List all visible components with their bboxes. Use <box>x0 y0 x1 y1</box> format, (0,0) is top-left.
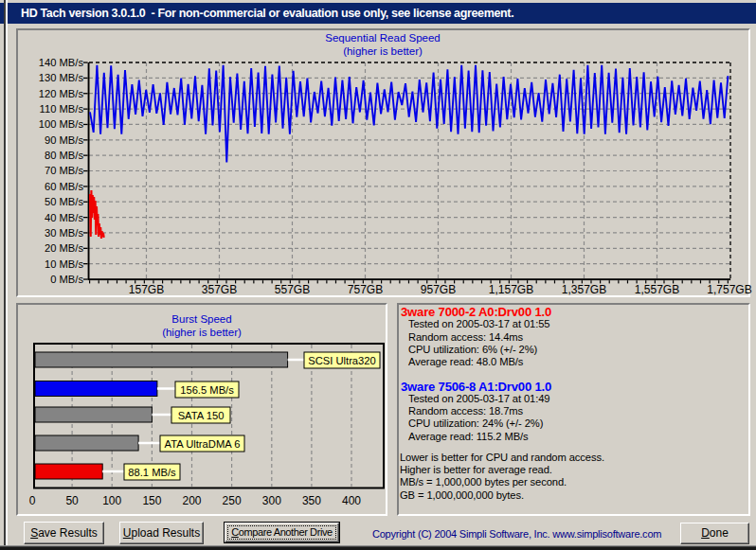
svg-text:70 MB/s: 70 MB/s <box>45 165 83 176</box>
svg-text:400: 400 <box>342 494 361 507</box>
svg-text:130 MB/s: 130 MB/s <box>39 72 84 83</box>
svg-text:50 MB/s: 50 MB/s <box>45 196 83 207</box>
svg-text:120 MB/s: 120 MB/s <box>39 88 84 99</box>
svg-text:Burst Speed: Burst Speed <box>171 313 231 325</box>
svg-text:140 MB/s: 140 MB/s <box>39 57 84 68</box>
svg-text:557GB: 557GB <box>275 283 310 296</box>
svg-text:SCSI Ultra320: SCSI Ultra320 <box>308 355 376 366</box>
svg-text:250: 250 <box>223 494 242 507</box>
svg-text:0: 0 <box>29 494 36 507</box>
svg-text:90 MB/s: 90 MB/s <box>45 134 83 146</box>
svg-text:300: 300 <box>262 494 281 507</box>
svg-text:10 MB/s: 10 MB/s <box>45 258 83 270</box>
svg-text:60 MB/s: 60 MB/s <box>45 181 83 192</box>
svg-text:0 MB/s: 0 MB/s <box>50 274 83 285</box>
svg-text:150: 150 <box>142 494 161 507</box>
svg-text:20 MB/s: 20 MB/s <box>45 242 83 254</box>
svg-text:110 MB/s: 110 MB/s <box>40 103 84 115</box>
svg-text:100: 100 <box>102 494 121 507</box>
svg-text:350: 350 <box>302 494 321 507</box>
svg-text:1,757GB: 1,757GB <box>707 283 751 296</box>
svg-text:(higher is better): (higher is better) <box>343 45 423 57</box>
svg-text:SATA 150: SATA 150 <box>178 410 225 421</box>
svg-text:50: 50 <box>65 494 79 507</box>
svg-text:156.5 MB/s: 156.5 MB/s <box>180 384 234 396</box>
svg-text:1,557GB: 1,557GB <box>635 283 679 296</box>
svg-text:ATA UltraDMA 6: ATA UltraDMA 6 <box>165 438 241 450</box>
svg-text:Sequential Read Speed: Sequential Read Speed <box>325 32 441 44</box>
svg-text:1,357GB: 1,357GB <box>562 283 606 296</box>
svg-text:40 MB/s: 40 MB/s <box>45 212 83 223</box>
svg-text:1,157GB: 1,157GB <box>489 283 533 296</box>
svg-text:957GB: 957GB <box>421 283 456 296</box>
svg-text:757GB: 757GB <box>348 283 383 296</box>
svg-text:88.1 MB/s: 88.1 MB/s <box>128 467 176 478</box>
svg-text:157GB: 157GB <box>129 283 164 296</box>
svg-text:80 MB/s: 80 MB/s <box>45 150 83 161</box>
svg-text:30 MB/s: 30 MB/s <box>45 227 83 239</box>
svg-text:357GB: 357GB <box>202 283 237 296</box>
svg-text:(higher is better): (higher is better) <box>162 327 242 338</box>
svg-text:200: 200 <box>182 494 201 507</box>
svg-text:100 MB/s: 100 MB/s <box>39 118 84 130</box>
